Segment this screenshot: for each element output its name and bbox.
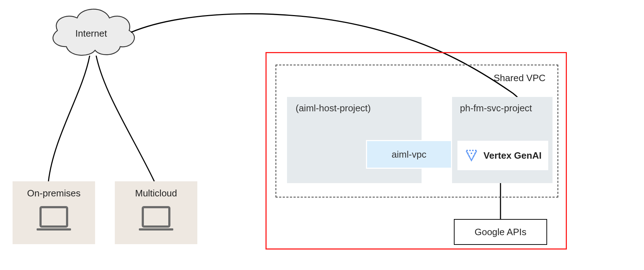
- svg-point-5: [471, 153, 472, 154]
- google-apis-label: Google APIs: [475, 227, 527, 238]
- svc-project-label: ph-fm-svc-project: [460, 103, 532, 114]
- onprem-label: On-premises: [27, 188, 81, 199]
- laptop-icon: [39, 206, 68, 228]
- edge-internet-to-onprem: [48, 56, 90, 181]
- svg-point-2: [472, 150, 474, 151]
- aiml-vpc-box: aiml-vpc: [366, 140, 452, 169]
- svc-project-panel: ph-fm-svc-project: [452, 97, 553, 183]
- vertex-genai-label: Vertex GenAI: [484, 150, 542, 161]
- multicloud-box: Multicloud: [115, 181, 197, 244]
- diagram-canvas: Internet On-premises Multicloud Shared V…: [0, 0, 644, 270]
- onprem-box: On-premises: [13, 181, 95, 244]
- internet-label: Internet: [75, 28, 107, 39]
- aiml-vpc-label: aiml-vpc: [392, 149, 427, 160]
- multicloud-label: Multicloud: [135, 188, 177, 199]
- edge-internet-to-multicloud: [96, 56, 154, 181]
- laptop-icon: [142, 206, 170, 228]
- vertex-genai-box: Vertex GenAI: [457, 141, 548, 170]
- host-project-label: (aiml-host-project): [296, 103, 371, 114]
- svg-point-1: [469, 150, 471, 151]
- vertex-ai-icon: [464, 148, 479, 163]
- google-apis-box: Google APIs: [454, 219, 547, 245]
- shared-vpc-label: Shared VPC: [494, 73, 546, 84]
